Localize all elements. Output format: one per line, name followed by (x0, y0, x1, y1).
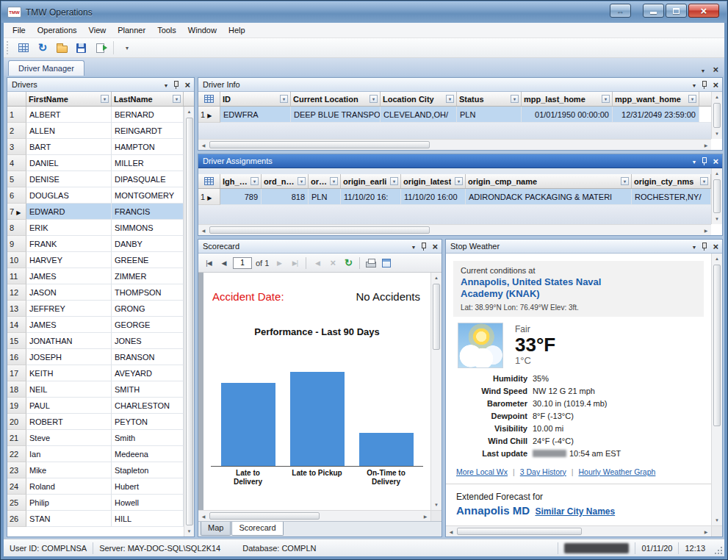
close-button[interactable] (688, 4, 719, 18)
table-row[interactable]: 1789818PLN11/10/20 16:11/10/20 16:00ADIR… (198, 189, 711, 205)
scroll-right-icon[interactable] (701, 526, 711, 536)
drivers-panel-header[interactable]: Drivers (7, 78, 194, 92)
scroll-down-icon[interactable] (713, 515, 722, 525)
pin-icon[interactable] (702, 242, 707, 251)
driver-row[interactable]: 13JEFFREYGRONG (7, 301, 184, 317)
stop-button[interactable] (326, 256, 339, 270)
pin-icon[interactable] (702, 80, 707, 90)
column-header-current-location[interactable]: Current Location (291, 92, 381, 106)
pin-icon[interactable] (702, 157, 707, 166)
driver-row[interactable]: 9FRANKDANBY (7, 236, 184, 252)
tab-driver-manager[interactable]: Driver Manager (8, 60, 84, 76)
print-layout-button[interactable] (380, 256, 393, 270)
panel-close-icon[interactable] (713, 242, 718, 251)
column-header-lastname[interactable]: LastName (112, 92, 184, 106)
driver-info-vertical-scrollbar[interactable] (711, 92, 722, 139)
refresh-report-button[interactable] (342, 256, 355, 270)
maximize-button[interactable] (666, 4, 687, 18)
expand-arrow-icon[interactable] (207, 110, 212, 119)
filter-icon[interactable] (621, 177, 629, 185)
scroll-down-icon[interactable] (184, 526, 194, 536)
assignments-horizontal-scrollbar[interactable] (198, 224, 711, 235)
scroll-thumb[interactable] (209, 141, 430, 148)
column-header-origin-cty-nms[interactable]: origin_cty_nms (632, 174, 711, 188)
driver-row[interactable]: 17KEITHAVEYARD (7, 365, 184, 381)
minimize-button[interactable] (643, 4, 664, 18)
driver-row[interactable]: 19PAULCHARLESTON (7, 398, 184, 414)
weather-link[interactable]: Hourly Weather Graph (579, 467, 656, 476)
menu-item-window[interactable]: Window (182, 24, 223, 37)
pin-icon[interactable] (173, 80, 179, 90)
print-button[interactable] (364, 256, 378, 270)
menu-item-view[interactable]: View (83, 24, 112, 37)
scroll-right-icon[interactable] (701, 140, 711, 150)
scroll-up-icon[interactable] (713, 254, 722, 264)
filter-icon[interactable] (688, 95, 696, 103)
driver-row[interactable]: 14JAMESGEORGE (7, 317, 184, 333)
scroll-thumb[interactable] (713, 103, 721, 128)
panel-menu-icon[interactable] (691, 242, 696, 251)
scroll-thumb[interactable] (186, 118, 193, 525)
driver-row[interactable]: 11JAMESZIMMER (7, 268, 184, 284)
panel-close-icon[interactable] (432, 242, 438, 251)
driver-row[interactable]: 25PhilipHowell (7, 495, 184, 511)
scroll-thumb[interactable] (209, 226, 430, 234)
menu-item-help[interactable]: Help (223, 24, 251, 37)
filter-icon[interactable] (602, 95, 610, 103)
similar-city-names-link[interactable]: Similar City Names (535, 506, 615, 517)
driver-row[interactable]: 12JASONTHOMPSON (7, 284, 184, 301)
driver-row[interactable]: 24RolandHubert (7, 478, 184, 495)
filter-icon[interactable] (280, 95, 288, 103)
scroll-left-icon[interactable] (198, 140, 209, 150)
driver-row[interactable]: 26STANHILL (7, 511, 184, 527)
driver-row[interactable]: 22IanMedeena (7, 446, 184, 462)
scroll-thumb[interactable] (713, 179, 721, 213)
weather-vertical-scrollbar[interactable] (711, 254, 722, 525)
report-horizontal-scrollbar[interactable] (198, 510, 430, 521)
column-header-id[interactable]: ID (220, 92, 291, 106)
back-button[interactable] (311, 256, 324, 270)
panel-close-icon[interactable] (713, 157, 718, 166)
expand-arrow-icon[interactable] (207, 193, 212, 201)
driver-row[interactable]: 15JONATHANJONES (7, 333, 184, 349)
filter-icon[interactable] (330, 177, 338, 185)
table-row[interactable]: 1EDWFRADEEP BLUE TRANSPOCLEVELAND,OH/PLN… (198, 107, 711, 123)
column-header-firstname[interactable]: FirstName (26, 92, 112, 106)
filter-icon[interactable] (511, 95, 519, 103)
report-vertical-scrollbar[interactable] (430, 273, 442, 510)
scroll-up-icon[interactable] (432, 273, 442, 283)
driver-row[interactable]: 8ERIKSIMMONS (7, 220, 184, 236)
toolbar-overflow-button[interactable] (118, 40, 136, 56)
weather-link[interactable]: 3 Day History (520, 467, 566, 476)
stop-weather-panel-header[interactable]: Stop Weather (446, 240, 722, 254)
panel-menu-icon[interactable] (691, 157, 696, 165)
panel-menu-icon[interactable] (691, 80, 696, 89)
filter-icon[interactable] (390, 177, 398, 185)
window-arrows-button[interactable] (610, 4, 631, 18)
driver-row[interactable]: 2ALLENREINGARDT (7, 123, 184, 139)
export-icon-button[interactable] (91, 40, 109, 56)
column-header-origin-latest[interactable]: origin_latest (401, 174, 466, 188)
tab-list-dropdown-icon[interactable] (700, 62, 705, 76)
next-page-button[interactable] (273, 256, 286, 270)
menu-item-tools[interactable]: Tools (151, 24, 182, 37)
filter-icon[interactable] (446, 95, 454, 103)
tab-scorecard[interactable]: Scorecard (231, 522, 283, 536)
panel-close-icon[interactable] (184, 80, 190, 90)
column-header-mpp-last-home[interactable]: mpp_last_home (522, 92, 613, 106)
column-header-origin-earli[interactable]: origin_earli (341, 174, 401, 188)
menu-item-operations[interactable]: Operations (32, 24, 83, 37)
scroll-thumb[interactable] (713, 265, 721, 426)
column-header-location-city[interactable]: Location City (381, 92, 457, 106)
scroll-thumb[interactable] (209, 512, 320, 520)
scroll-down-icon[interactable] (713, 214, 722, 224)
extended-forecast-city[interactable]: Annapolis MD (456, 504, 530, 517)
scroll-thumb[interactable] (433, 284, 440, 350)
title-bar[interactable]: TMW TMW Operations (1, 1, 727, 23)
tab-map[interactable]: Map (201, 522, 231, 536)
page-number-input[interactable] (233, 257, 252, 269)
driver-row[interactable]: 1ALBERTBERNARD (7, 107, 184, 123)
driver-assignments-panel-header[interactable]: Driver Assignments (198, 154, 722, 168)
driver-row[interactable]: 20ROBERTPEYTON (7, 414, 184, 430)
toolbar-grip[interactable] (7, 41, 10, 54)
